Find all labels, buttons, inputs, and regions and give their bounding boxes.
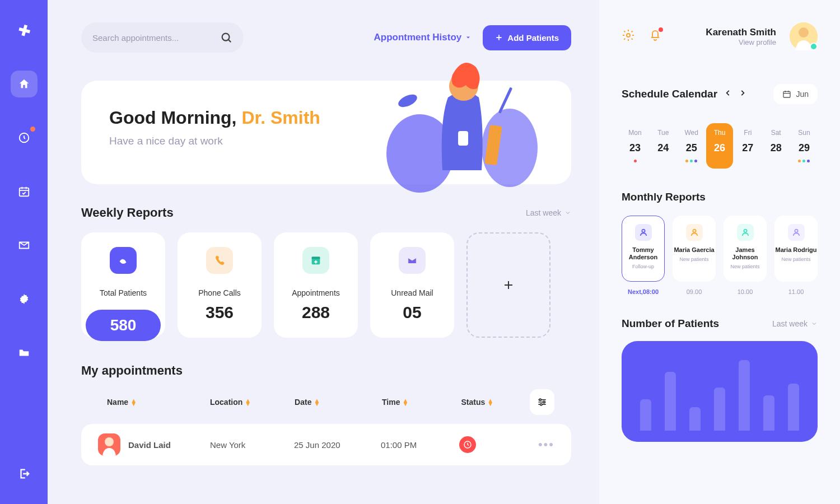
col-location[interactable]: Location▲▼	[210, 398, 291, 407]
day-number: 25	[686, 142, 697, 154]
svg-point-25	[795, 230, 797, 232]
patient-avatar	[98, 433, 120, 456]
search-bar[interactable]	[81, 22, 244, 53]
row-location: New York	[210, 440, 294, 450]
monthly-time: Next,08:00	[622, 288, 665, 295]
svg-point-3	[222, 34, 230, 41]
caret-down-icon	[465, 34, 472, 41]
status-pending-icon	[459, 436, 476, 453]
monthly-card-name: Maria Gaercia	[674, 246, 714, 254]
col-time[interactable]: Time▲▼	[382, 398, 458, 407]
monthly-card-name: Maria Rodrigu	[776, 246, 817, 254]
sort-icon: ▲▼	[402, 399, 408, 405]
monthly-report-card[interactable]: Maria Rodrigu New patients	[774, 216, 818, 282]
gear-icon	[18, 293, 30, 305]
day-number: 26	[714, 142, 725, 154]
card-value: 05	[403, 303, 421, 322]
calendar-day[interactable]: Thu 26	[706, 123, 733, 169]
greeting-card: Good Morning, Dr. Smith Have a nice day …	[81, 81, 571, 184]
row-more-button[interactable]: •••	[538, 437, 554, 452]
notification-dot	[659, 27, 663, 32]
monthly-time: 10.00	[724, 288, 767, 295]
brand-logo	[15, 22, 34, 44]
add-patients-button[interactable]: Add Patients	[483, 25, 571, 50]
patients-icon	[110, 247, 137, 274]
logout-icon	[18, 468, 30, 480]
plus-icon	[495, 34, 503, 41]
add-card-button[interactable]	[466, 232, 550, 338]
sidebar	[0, 0, 48, 504]
sort-icon: ▲▼	[487, 399, 493, 405]
weekly-filter-dropdown[interactable]: Last week	[526, 208, 571, 217]
nav-clock[interactable]	[11, 124, 38, 151]
monthly-time: 11.00	[774, 288, 818, 295]
calendar-day[interactable]: Sun 29	[791, 123, 818, 169]
col-name[interactable]: Name▲▼	[98, 398, 207, 407]
weekly-reports-header: Weekly Reports Last week	[81, 206, 571, 220]
chart-bar	[640, 399, 651, 431]
user-avatar[interactable]	[790, 22, 818, 50]
chart-bar	[763, 395, 774, 431]
calendar-day[interactable]: Wed 25	[678, 123, 705, 169]
table-row[interactable]: David Laid New York 25 Jun 2020 01:00 PM…	[81, 424, 571, 465]
card-label: Total Patients	[100, 288, 147, 297]
monthly-report-card[interactable]: James Johnson New patients	[724, 216, 767, 282]
chart-bar	[665, 372, 676, 431]
calendar-day[interactable]: Mon 23	[622, 123, 648, 169]
col-date[interactable]: Date▲▼	[295, 398, 379, 407]
monthly-reports-section: Monthly Reports Tommy Anderson Follow-up…	[622, 191, 818, 295]
day-name: Mon	[628, 129, 641, 137]
card-unread-mail[interactable]: Unread Mail 05	[370, 232, 454, 338]
notification-dot	[30, 127, 35, 132]
appointments-table-head: Name▲▼ Location▲▼ Date▲▼ Time▲▼ Status▲▼	[81, 389, 571, 415]
online-indicator	[810, 43, 818, 50]
day-number: 29	[799, 142, 810, 154]
svg-point-14	[543, 401, 544, 403]
notifications-button[interactable]	[648, 29, 662, 44]
patients-filter-dropdown[interactable]: Last week	[772, 319, 818, 328]
col-status[interactable]: Status▲▼	[461, 398, 526, 407]
user-block[interactable]: Karenath Smith View profile	[706, 27, 776, 46]
nav-calendar[interactable]	[11, 178, 38, 205]
svg-rect-7	[458, 131, 468, 146]
calendar-day[interactable]: Sat 28	[763, 123, 790, 169]
monthly-report-card[interactable]: Tommy Anderson Follow-up	[622, 216, 665, 282]
nav-folder[interactable]	[11, 339, 38, 366]
month-label: Jun	[796, 90, 809, 99]
nav-logout[interactable]	[11, 460, 38, 487]
table-filter-button[interactable]	[530, 389, 555, 415]
mail-icon	[18, 239, 30, 251]
svg-point-20	[799, 27, 809, 38]
month-picker[interactable]: Jun	[773, 84, 818, 104]
settings-button[interactable]	[622, 29, 635, 44]
monthly-card-name: James Johnson	[724, 246, 766, 261]
appointment-history-label: Appontment Histoy	[374, 32, 462, 43]
monthly-times-row: Next,08:0009.0010.0011.00	[622, 288, 818, 295]
calendar-next[interactable]	[739, 89, 746, 99]
nav-settings[interactable]	[11, 286, 38, 312]
nav-home[interactable]	[11, 71, 38, 97]
card-value: 356	[206, 303, 234, 322]
monthly-card-tag: New patients	[781, 256, 810, 262]
search-icon	[220, 31, 232, 44]
person-icon	[737, 224, 754, 241]
search-input[interactable]	[92, 33, 220, 43]
nav-mail[interactable]	[11, 232, 38, 259]
appointment-history-link[interactable]: Appontment Histoy	[374, 32, 472, 43]
day-name: Sun	[798, 129, 810, 137]
card-total-patients[interactable]: Total Patients 580	[81, 232, 165, 338]
svg-point-13	[539, 399, 541, 400]
phone-icon	[206, 247, 233, 274]
svg-point-24	[744, 230, 746, 232]
card-appointments[interactable]: Appointments 288	[274, 232, 358, 338]
calendar-day[interactable]: Fri 27	[734, 123, 761, 169]
calendar-day[interactable]: Tue 24	[650, 123, 676, 169]
day-number: 23	[629, 142, 641, 154]
monthly-report-card[interactable]: Maria Gaercia New patients	[673, 216, 716, 282]
day-dots	[685, 160, 697, 163]
monthly-card-tag: New patients	[679, 256, 708, 262]
calendar-prev[interactable]	[724, 89, 732, 99]
weekly-cards: Total Patients 580 Phone Calls 356 Appoi…	[81, 232, 571, 338]
svg-rect-21	[783, 91, 790, 97]
card-phone-calls[interactable]: Phone Calls 356	[178, 232, 262, 338]
